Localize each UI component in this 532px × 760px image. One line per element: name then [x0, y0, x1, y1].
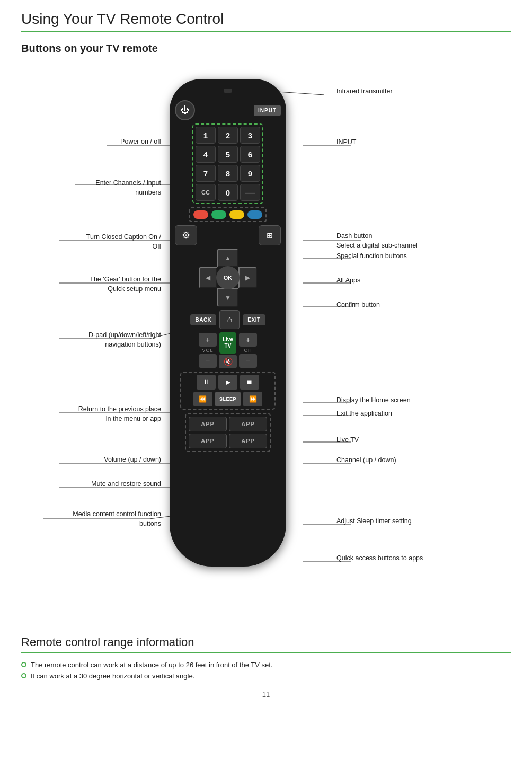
- ok-button[interactable]: OK: [216, 266, 240, 289]
- section2-heading: Remote control range information: [21, 635, 511, 653]
- ann-sleep: Adjust Sleep timer setting: [336, 517, 442, 526]
- btn-6[interactable]: 6: [240, 146, 260, 163]
- btn-5[interactable]: 5: [218, 146, 238, 163]
- all-apps-button[interactable]: ⊞: [259, 225, 281, 245]
- vol-down-button[interactable]: −: [199, 354, 217, 368]
- color-buttons-row: [189, 207, 267, 222]
- ann-channel: Channel (up / down): [336, 456, 432, 465]
- ann-volume: Volume (up / down): [82, 455, 161, 465]
- btn-9[interactable]: 9: [240, 165, 260, 182]
- ch-up-button[interactable]: +: [239, 333, 257, 347]
- ann-special: Special function buttons: [336, 252, 442, 261]
- ann-power: Power on / off: [87, 137, 161, 147]
- gear-button[interactable]: ⚙: [175, 225, 197, 245]
- cc-button[interactable]: CC: [196, 184, 216, 201]
- ann-all-apps: All Apps: [336, 276, 427, 286]
- ann-cc: Turn Closed Caption On / Off: [76, 233, 161, 251]
- ann-mute: Mute and restore sound: [79, 480, 161, 489]
- btn-7[interactable]: 7: [196, 165, 216, 182]
- bullet-dot-1: [21, 662, 26, 667]
- btn-2[interactable]: 2: [218, 127, 238, 144]
- red-button[interactable]: [193, 210, 208, 219]
- media-controls: ⏸ ▶ ⏹ ⏪ SLEEP ⏩: [180, 372, 276, 410]
- bullet-item-1: The remote control can work at a distanc…: [21, 661, 511, 669]
- vol-label: VOL: [202, 348, 213, 353]
- ann-channels: Enter Channels / inputnumbers: [87, 179, 161, 197]
- ann-dpad: D-pad (up/down/left/rightnavigation butt…: [76, 331, 161, 349]
- play-button[interactable]: ▶: [218, 375, 237, 390]
- channel-controls: + CH −: [239, 333, 257, 368]
- remote-body: ⏻ INPUT 1 2 3 4 5 6 7 8 9 CC 0 —: [170, 79, 286, 567]
- ann-confirm: Confirm button: [336, 301, 427, 310]
- bottom-section: Remote control range information The rem…: [21, 635, 511, 680]
- ann-exit-app: Exit the application: [336, 409, 432, 419]
- bullet-dot-2: [21, 673, 26, 678]
- dpad-right-button[interactable]: ▶: [238, 267, 257, 288]
- btn-4[interactable]: 4: [196, 146, 216, 163]
- ann-quick-apps: Quick access buttons to apps: [336, 554, 442, 563]
- home-button[interactable]: ⌂: [219, 310, 240, 329]
- ann-home-screen: Display the Home screen: [336, 396, 432, 405]
- dpad-left-button[interactable]: ◀: [199, 267, 217, 288]
- number-pad: 1 2 3 4 5 6 7 8 9 CC 0 —: [192, 123, 263, 204]
- btn-0[interactable]: 0: [218, 184, 238, 201]
- ch-down-button[interactable]: −: [239, 354, 257, 368]
- app-button-1[interactable]: APP: [189, 417, 227, 431]
- live-tv-area: LiveTV 🔇: [219, 332, 237, 368]
- green-button[interactable]: [211, 210, 226, 219]
- ann-media: Media content control function buttons: [68, 510, 161, 528]
- app-button-3[interactable]: APP: [189, 434, 227, 448]
- live-tv-button[interactable]: LiveTV: [219, 332, 236, 354]
- ann-return: Return to the previous placein the menu …: [71, 405, 161, 423]
- page-title: Using Your TV Remote Control: [21, 11, 511, 32]
- dpad: ▲ ▼ ◀ ▶ OK: [199, 249, 257, 307]
- section1-heading: Buttons on your TV remote: [21, 42, 511, 55]
- ann-dash: Dash buttonSelect a digital sub-channel: [336, 232, 442, 250]
- app-button-2[interactable]: APP: [229, 417, 267, 431]
- dash-button[interactable]: —: [240, 184, 260, 201]
- volume-controls: + VOL −: [199, 333, 217, 368]
- pause-button[interactable]: ⏸: [197, 375, 216, 390]
- ir-transmitter: [224, 89, 232, 93]
- exit-button[interactable]: EXIT: [243, 314, 265, 325]
- bullet-item-2: It can work at a 30 degree horizontal or…: [21, 672, 511, 680]
- vol-up-button[interactable]: +: [199, 333, 217, 347]
- ann-input: INPUT: [336, 138, 442, 147]
- btn-1[interactable]: 1: [196, 127, 216, 144]
- ann-live-tv: Live TV: [336, 436, 416, 445]
- back-button[interactable]: BACK: [190, 314, 216, 325]
- yellow-button[interactable]: [229, 210, 244, 219]
- dpad-down-button[interactable]: ▼: [217, 288, 238, 307]
- fastforward-button[interactable]: ⏩: [243, 392, 262, 406]
- mute-button[interactable]: 🔇: [219, 355, 237, 368]
- ch-label: CH: [244, 348, 252, 353]
- dpad-up-button[interactable]: ▲: [217, 249, 238, 267]
- input-button[interactable]: INPUT: [254, 105, 281, 116]
- stop-button[interactable]: ⏹: [240, 375, 259, 390]
- bullet-list: The remote control can work at a distanc…: [21, 661, 511, 680]
- power-button[interactable]: ⏻: [175, 100, 195, 120]
- blue-button[interactable]: [247, 210, 262, 219]
- app-button-4[interactable]: APP: [229, 434, 267, 448]
- ann-ir: Infrared transmitter: [336, 87, 442, 96]
- btn-3[interactable]: 3: [240, 127, 260, 144]
- rewind-button[interactable]: ⏪: [193, 392, 212, 406]
- sleep-button[interactable]: SLEEP: [215, 392, 241, 406]
- ann-gear: The 'Gear' button for theQuick setup men…: [76, 275, 161, 294]
- btn-8[interactable]: 8: [218, 165, 238, 182]
- app-buttons-grid: APP APP APP APP: [185, 413, 271, 452]
- page-number: 11: [21, 691, 511, 699]
